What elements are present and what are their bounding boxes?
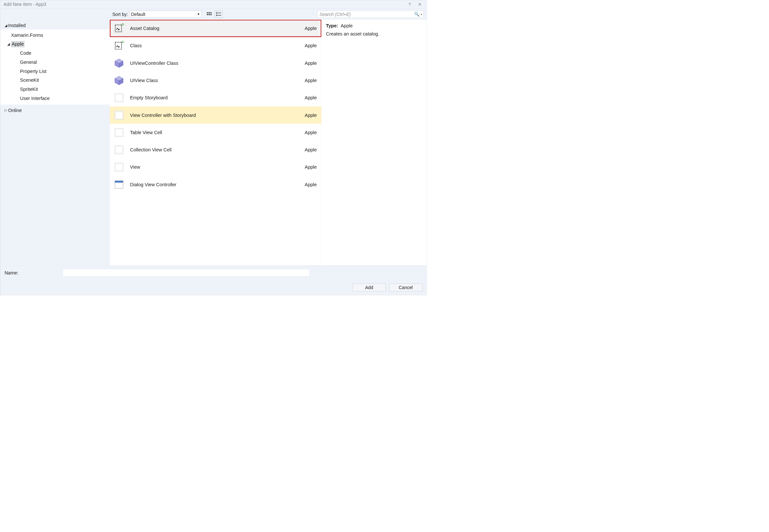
blank-icon: [113, 109, 125, 121]
preview-pane: Type: Apple Creates an asset catalog.: [321, 20, 426, 265]
svg-rect-31: [115, 181, 123, 183]
tree-item-spritekit[interactable]: SpriteKit: [0, 85, 110, 94]
svg-rect-12: [115, 42, 121, 49]
template-category: Apple: [305, 182, 317, 187]
svg-rect-28: [115, 163, 123, 171]
template-category: Apple: [305, 60, 317, 66]
svg-rect-26: [115, 146, 123, 154]
chevron-down-icon: ▼: [197, 12, 200, 16]
grid-icon: [207, 12, 212, 16]
sortby-dropdown[interactable]: Default ▼: [129, 11, 202, 18]
tree-item-property-list[interactable]: Property List: [0, 67, 110, 76]
blank-icon: [113, 92, 125, 104]
template-item[interactable]: Dialog View Controller Apple: [110, 176, 321, 193]
template-name: UIViewController Class: [130, 60, 305, 66]
svg-rect-1: [209, 12, 210, 13]
blank-icon: [113, 144, 125, 156]
template-name: Empty Storyboard: [130, 95, 305, 101]
template-name: View Controller with Storyboard: [130, 112, 305, 118]
window-icon: [113, 178, 125, 190]
template-name: View: [130, 164, 305, 170]
close-button[interactable]: ✕: [415, 0, 425, 9]
sortby-value: Default: [131, 12, 145, 17]
tree-item-scenekit[interactable]: SceneKit: [0, 76, 110, 85]
search-icon[interactable]: 🔍: [414, 12, 420, 17]
tree-online-label: Online: [8, 107, 22, 113]
expand-icon: ▷: [4, 108, 8, 112]
template-category: Apple: [305, 26, 317, 31]
svg-rect-5: [211, 14, 212, 15]
tree-item-xamarin-forms[interactable]: Xamarin.Forms: [0, 31, 110, 40]
template-name: Asset Catalog: [130, 26, 305, 31]
template-item[interactable]: C# Asset Catalog Apple: [110, 20, 321, 37]
svg-rect-24: [115, 128, 123, 136]
sidebar: ◢ Installed Xamarin.Forms ◢ Apple Code G…: [0, 20, 110, 265]
template-category: Apple: [305, 130, 317, 135]
title-bar: Add New Item - App3 ? ✕: [0, 0, 427, 9]
help-button[interactable]: ?: [405, 0, 415, 9]
view-details-button[interactable]: [215, 11, 223, 18]
tree-installed[interactable]: ◢ Installed: [0, 21, 110, 30]
template-item[interactable]: C# Class Apple: [110, 37, 321, 54]
tree-online[interactable]: ▷ Online: [0, 106, 110, 115]
list-icon: [216, 12, 221, 16]
template-item[interactable]: UIViewController Class Apple: [110, 54, 321, 72]
search-box[interactable]: 🔍 ▾: [317, 11, 423, 18]
template-pane: C# Asset Catalog Apple C# Class Apple UI…: [110, 20, 321, 265]
svg-rect-6: [216, 12, 217, 14]
name-input[interactable]: [63, 270, 309, 276]
svg-rect-10: [115, 25, 121, 32]
tree-item-apple[interactable]: ◢ Apple: [0, 40, 110, 49]
template-item[interactable]: Table View Cell Apple: [110, 124, 321, 141]
template-item[interactable]: UIView Class Apple: [110, 72, 321, 89]
template-name: Table View Cell: [130, 130, 305, 135]
blank-icon: [113, 161, 125, 173]
template-item[interactable]: Collection View Cell Apple: [110, 141, 321, 159]
svg-text:C#: C#: [121, 41, 124, 44]
svg-rect-2: [211, 12, 212, 13]
preview-description: Creates an asset catalog.: [326, 31, 422, 36]
cancel-button[interactable]: Cancel: [389, 284, 422, 291]
template-item[interactable]: Empty Storyboard Apple: [110, 89, 321, 106]
window-title: Add New Item - App3: [4, 2, 405, 7]
search-input[interactable]: [319, 11, 412, 18]
installed-children: Xamarin.Forms ◢ Apple Code General Prope…: [0, 29, 110, 105]
svg-rect-4: [209, 14, 210, 15]
svg-rect-20: [115, 94, 123, 102]
template-category: Apple: [305, 112, 317, 118]
svg-rect-3: [207, 14, 208, 15]
add-button[interactable]: Add: [353, 284, 386, 291]
cube-icon: [113, 75, 125, 87]
blank-icon: [113, 127, 125, 139]
csharp-asset-icon: C#: [113, 40, 125, 52]
svg-rect-7: [218, 13, 221, 13]
template-name: Collection View Cell: [130, 147, 305, 153]
name-label: Name:: [5, 270, 59, 275]
svg-rect-8: [216, 15, 217, 16]
view-toggle: [205, 11, 223, 18]
toolbar: Sort by: Default ▼ 🔍 ▾: [0, 9, 427, 20]
tree-item-user-interface[interactable]: User Interface: [0, 94, 110, 103]
template-list[interactable]: C# Asset Catalog Apple C# Class Apple UI…: [110, 20, 321, 265]
template-item[interactable]: View Controller with Storyboard Apple: [110, 106, 321, 124]
preview-type-value: Apple: [341, 23, 353, 28]
sortby-label: Sort by:: [112, 12, 128, 17]
csharp-asset-icon: C#: [113, 22, 125, 35]
search-dropdown-icon[interactable]: ▾: [421, 13, 422, 16]
svg-rect-22: [115, 111, 123, 119]
collapse-icon: ◢: [6, 42, 11, 46]
tree-item-code[interactable]: Code: [0, 49, 110, 58]
tree-item-general[interactable]: General: [0, 58, 110, 67]
tree-installed-label: Installed: [8, 22, 26, 28]
view-medium-icons-button[interactable]: [205, 11, 213, 18]
cube-icon: [113, 57, 125, 69]
collapse-icon: ◢: [4, 23, 8, 27]
template-item[interactable]: View Apple: [110, 159, 321, 176]
svg-rect-0: [207, 12, 208, 13]
footer: Name: Add Cancel: [0, 265, 427, 295]
svg-rect-9: [218, 15, 221, 16]
template-category: Apple: [305, 43, 317, 49]
template-category: Apple: [305, 77, 317, 83]
dialog-window: Add New Item - App3 ? ✕ Sort by: Default…: [0, 0, 427, 295]
main-area: ◢ Installed Xamarin.Forms ◢ Apple Code G…: [0, 20, 427, 265]
